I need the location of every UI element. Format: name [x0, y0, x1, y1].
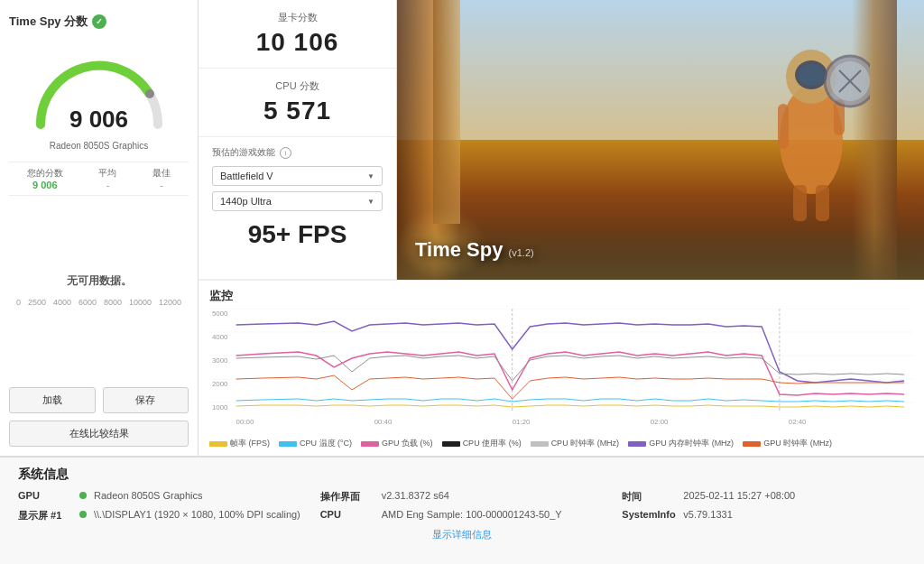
svg-text:4000: 4000: [212, 333, 228, 341]
main-score: 9 006: [69, 106, 128, 134]
game-dropdown-text: Battlefield V: [220, 171, 367, 181]
sys-row-display: 显示屏 #1 \\.\DISPLAY1 (1920 × 1080, 100% D…: [18, 509, 302, 522]
sys-sysinfo-value: v5.79.1331: [683, 509, 732, 520]
legend-gpu-load: GPU 负载 (%): [361, 438, 433, 449]
svg-point-4: [799, 64, 824, 86]
svg-rect-11: [793, 185, 807, 221]
timespy-version: (v1.2): [509, 247, 534, 258]
axis-4000: 4000: [53, 298, 71, 307]
sys-sysinfo-label: SystemInfo: [622, 509, 676, 520]
legend-fps-label: 帧率 (FPS): [230, 438, 270, 449]
axis-0: 0: [16, 298, 21, 307]
sys-info-title: 系统信息: [18, 467, 906, 483]
sys-row-os: 操作界面 v2.31.8372 s64: [320, 490, 605, 504]
sys-row-time: 时间 2025-02-11 15:27 +08:00: [622, 490, 906, 504]
sys-cpu-label: CPU: [320, 509, 374, 520]
perf-title-text: 预估的游戏效能: [212, 146, 275, 159]
sys-row-gpu: GPU Radeon 8050S Graphics: [18, 490, 302, 504]
legend-cpu-temp-color: [279, 441, 297, 447]
app-title-text: Time Spy 分数: [9, 14, 88, 30]
axis-6000: 6000: [79, 298, 97, 307]
save-button[interactable]: 保存: [103, 387, 189, 413]
sys-info-grid: GPU Radeon 8050S Graphics 操作界面 v2.31.837…: [18, 490, 906, 522]
axis-12000: 12000: [159, 298, 181, 307]
app-title: Time Spy 分数 ✓: [9, 14, 106, 30]
chart-area: 5000 4000 3000 2000 1000 00:00 00:40 01:…: [209, 309, 913, 435]
perf-section: 预估的游戏效能 i Battlefield V ▼ 1440p Ultra ▼ …: [199, 137, 396, 280]
game-dropdown-arrow: ▼: [367, 172, 374, 180]
gpu-score-value: 10 106: [212, 28, 383, 57]
quality-dropdown-text: 1440p Ultra: [220, 196, 367, 207]
axis-10000: 10000: [129, 298, 152, 307]
hero-section: Time Spy (v1.2): [397, 0, 924, 280]
svg-text:02:00: 02:00: [651, 418, 669, 426]
score-labels: 您的分数 9 006 平均 - 最佳 -: [9, 162, 189, 196]
legend-fps-color: [209, 441, 227, 447]
game-dropdown[interactable]: Battlefield V ▼: [212, 166, 383, 186]
sys-cpu-value: AMD Eng Sample: 100-000001243-50_Y: [382, 509, 562, 520]
quality-dropdown-arrow: ▼: [367, 198, 374, 206]
svg-text:2000: 2000: [212, 380, 228, 388]
legend-gpu-load-label: GPU 负载 (%): [382, 438, 433, 449]
your-score-label: 您的分数: [27, 167, 63, 180]
legend-gpu-clock-label: GPU 时钟率 (MHz): [763, 438, 832, 449]
legend-cpu-clock-color: [531, 441, 549, 447]
action-buttons: 加载 保存: [9, 387, 189, 413]
sys-time-value: 2025-02-11 15:27 +08:00: [683, 490, 795, 501]
your-score-item: 您的分数 9 006: [27, 167, 63, 190]
axis-8000: 8000: [104, 298, 122, 307]
compare-button[interactable]: 在线比较结果: [9, 421, 189, 447]
svg-text:5000: 5000: [212, 310, 228, 318]
info-icon: i: [280, 147, 291, 159]
gpu-name: Radeon 8050S Graphics: [50, 141, 149, 151]
svg-text:00:00: 00:00: [236, 418, 254, 426]
load-button[interactable]: 加载: [9, 387, 96, 413]
no-data-text: 无可用数据。: [67, 273, 132, 289]
avg-score-item: 平均 -: [98, 167, 116, 190]
left-chart-area: 无可用数据。 0 2500 4000 6000 8000 10000 12000: [9, 207, 189, 387]
best-score-value: -: [152, 180, 171, 190]
fps-display: 95+ FPS: [212, 220, 383, 249]
perf-title: 预估的游戏效能 i: [212, 146, 383, 159]
robot-figure: [753, 14, 870, 212]
sys-gpu-label: GPU: [18, 490, 72, 501]
sys-display-label: 显示屏 #1: [18, 509, 72, 522]
top-section: Time Spy 分数 ✓ 9 006 Radeon 8050S Graphic…: [0, 0, 924, 456]
svg-text:01:20: 01:20: [513, 418, 531, 426]
verified-icon: ✓: [92, 14, 106, 29]
gpu-score-card: 显卡分数 10 106: [199, 0, 396, 69]
legend-gpu-clock-color: [743, 441, 761, 447]
timespy-title: Time Spy: [415, 238, 503, 261]
svg-rect-5: [778, 104, 789, 149]
legend-cpu-temp: CPU 温度 (°C): [279, 438, 352, 449]
axis-labels: 0 2500 4000 6000 8000 10000 12000: [16, 298, 181, 307]
avg-score-label: 平均: [98, 167, 116, 180]
sys-display-value: \\.\DISPLAY1 (1920 × 1080, 100% DPI scal…: [94, 509, 300, 520]
legend-cpu-clock-label: CPU 时钟率 (MHz): [551, 438, 620, 449]
monitoring-chart: 5000 4000 3000 2000 1000 00:00 00:40 01:…: [209, 309, 913, 426]
score-gauge: 9 006: [27, 39, 171, 129]
system-info-section: 系统信息 GPU Radeon 8050S Graphics 操作界面 v2.3…: [0, 456, 924, 564]
monitoring-title: 监控: [209, 288, 913, 304]
legend-cpu-usage-label: CPU 使用率 (%): [463, 438, 522, 449]
legend-cpu-usage-color: [442, 441, 460, 447]
sys-row-sysinfo: SystemInfo v5.79.1331: [622, 509, 906, 522]
quality-dropdown[interactable]: 1440p Ultra ▼: [212, 191, 383, 211]
svg-point-0: [145, 89, 154, 98]
legend-cpu-usage: CPU 使用率 (%): [442, 438, 522, 449]
svg-text:1000: 1000: [212, 403, 228, 411]
sys-gpu-value: Radeon 8050S Graphics: [94, 490, 202, 501]
main-container: Time Spy 分数 ✓ 9 006 Radeon 8050S Graphic…: [0, 0, 924, 564]
legend-gpu-clock: GPU 时钟率 (MHz): [743, 438, 832, 449]
legend-gpu-mem-clock: GPU 内存时钟率 (MHz): [628, 438, 734, 449]
middle-hero-row: 显卡分数 10 106 CPU 分数 5 571 预估的游戏效能 i Bat: [199, 0, 924, 280]
detail-link[interactable]: 显示详细信息: [18, 528, 906, 541]
robot-svg: [753, 14, 870, 230]
legend-gpu-mem-clock-color: [628, 441, 646, 447]
svg-text:02:40: 02:40: [789, 418, 807, 426]
sys-time-label: 时间: [622, 490, 676, 504]
sys-os-value: v2.31.8372 s64: [382, 490, 449, 501]
gpu-score-title: 显卡分数: [212, 11, 383, 24]
cpu-score-title: CPU 分数: [212, 79, 383, 93]
cpu-score-card: CPU 分数 5 571: [199, 69, 396, 137]
